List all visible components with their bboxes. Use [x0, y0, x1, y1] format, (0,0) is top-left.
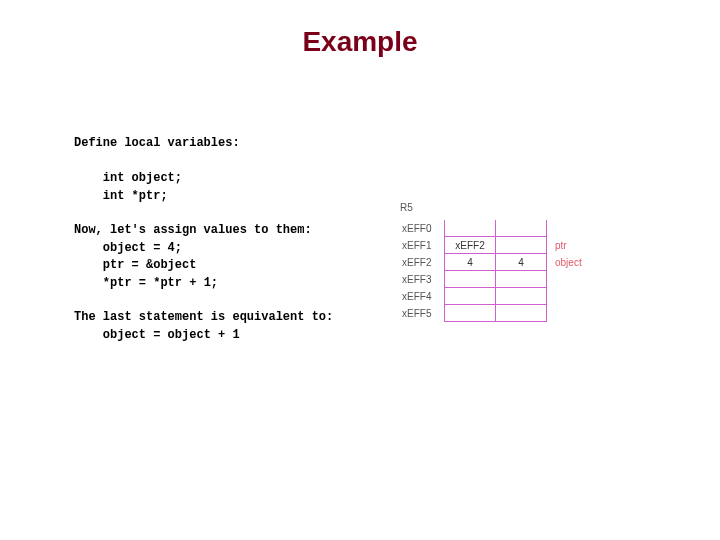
mem-note — [547, 305, 616, 322]
table-row: xEFF0 — [400, 220, 615, 237]
code-assign-deref: *ptr = *ptr + 1; — [103, 276, 218, 290]
mem-addr: xEFF3 — [400, 271, 445, 288]
mem-note — [547, 288, 616, 305]
mem-note: object — [547, 254, 616, 271]
mem-addr: xEFF5 — [400, 305, 445, 322]
mem-note: ptr — [547, 237, 616, 254]
mem-note — [547, 220, 616, 237]
slide-body: Define local variables: int object; int … — [74, 118, 374, 344]
mem-cell — [496, 220, 547, 237]
mem-cell — [496, 305, 547, 322]
mem-cell: 4 — [445, 254, 496, 271]
text-define-header: Define local variables: — [74, 136, 240, 150]
mem-addr: xEFF0 — [400, 220, 445, 237]
mem-cell: xEFF2 — [445, 237, 496, 254]
table-row: xEFF3 — [400, 271, 615, 288]
slide: Example Define local variables: int obje… — [0, 0, 720, 540]
table-row: xEFF4 — [400, 288, 615, 305]
mem-cell — [445, 288, 496, 305]
table-row: xEFF2 4 4 object — [400, 254, 615, 271]
mem-addr: xEFF2 — [400, 254, 445, 271]
mem-cell — [496, 237, 547, 254]
code-decl-object: int object; — [103, 171, 182, 185]
code-equiv: object = object + 1 — [103, 328, 240, 342]
code-assign-ptr: ptr = &object — [103, 258, 197, 272]
mem-cell — [445, 305, 496, 322]
mem-addr: xEFF4 — [400, 288, 445, 305]
text-equiv-header: The last statement is equivalent to: — [74, 310, 333, 324]
table-row: xEFF1 xEFF2 ptr — [400, 237, 615, 254]
memory-table: xEFF0 xEFF1 xEFF2 ptr xEFF2 4 4 object x… — [400, 220, 615, 322]
code-assign-object: object = 4; — [103, 241, 182, 255]
table-row: xEFF5 — [400, 305, 615, 322]
mem-cell — [445, 271, 496, 288]
mem-cell: 4 — [496, 254, 547, 271]
text-assign-header: Now, let's assign values to them: — [74, 223, 312, 237]
mem-cell — [445, 220, 496, 237]
mem-addr: xEFF1 — [400, 237, 445, 254]
register-label: R5 — [400, 202, 413, 213]
mem-cell — [496, 271, 547, 288]
memory-diagram: R5 xEFF0 xEFF1 xEFF2 ptr xEFF2 4 4 objec… — [400, 220, 670, 322]
mem-note — [547, 271, 616, 288]
code-decl-ptr: int *ptr; — [103, 189, 168, 203]
mem-cell — [496, 288, 547, 305]
slide-title: Example — [0, 26, 720, 58]
